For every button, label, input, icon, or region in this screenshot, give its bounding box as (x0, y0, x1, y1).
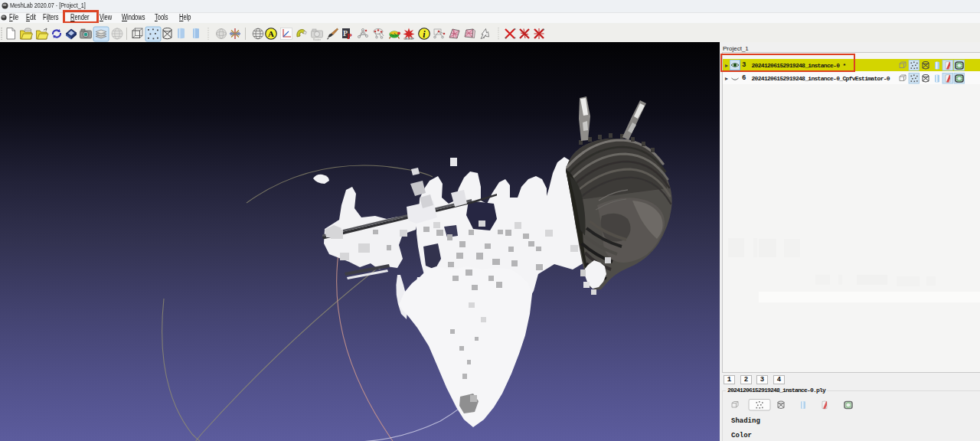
svg-text:A: A (268, 29, 274, 38)
svg-text:Raster: Raster (313, 38, 322, 41)
svg-text:GEOREF: GEOREF (403, 38, 414, 41)
svg-text:P: P (347, 31, 352, 41)
